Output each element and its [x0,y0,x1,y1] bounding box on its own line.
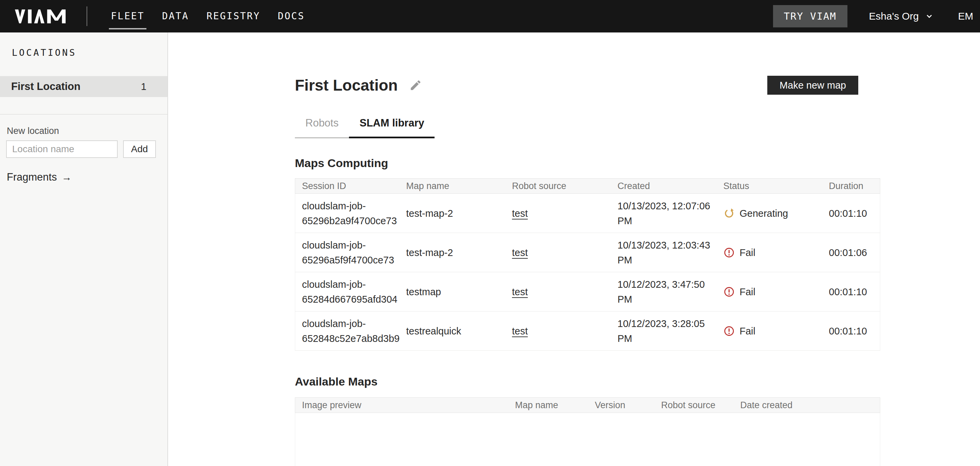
new-location-form: Add [6,140,167,158]
try-viam-button[interactable]: TRY VIAM [773,5,848,27]
session-id-cell: cloudslam-job-652848c52e7ab8d3b9 [295,312,399,350]
status-label: Fail [740,324,756,339]
col-header-date-created: Date created [733,398,881,413]
available-maps-table: Image preview Map name Version Robot sou… [295,398,880,466]
available-maps-heading: Available Maps [295,375,881,388]
session-id-cell: cloudslam-job-65296a5f9f4700ce73 [295,233,399,272]
robot-source-link[interactable]: test [512,324,528,339]
map-name-cell: test-map-2 [399,194,505,233]
viam-logo[interactable] [15,10,65,23]
col-header-created: Created [611,178,717,193]
col-header-map-name: Map name [508,398,588,413]
map-name-cell: testmap [399,272,505,311]
session-id-cell: cloudslam-job-65284d667695afd304 [295,272,399,311]
nav-item-docs[interactable]: DOCS [278,11,305,22]
page-title: First Location [295,77,398,94]
col-header-map-name: Map name [399,178,505,193]
table-row: cloudslam-job-65296b2a9f4700ce73 test-ma… [295,194,880,233]
col-header-status: Status [717,178,822,193]
nav-item-data[interactable]: DATA [162,11,189,22]
new-location-label: New location [7,126,167,135]
col-header-robot-source: Robot source [505,178,611,193]
fragments-label: Fragments [7,172,57,183]
status-label: Generating [740,206,788,221]
duration-cell: 00:01:10 [822,312,881,350]
col-header-session-id: Session ID [295,178,399,193]
map-name-cell: test-map-2 [399,233,505,272]
nav-item-fleet[interactable]: FLEET [111,11,145,22]
maps-computing-heading: Maps Computing [295,157,881,169]
org-switcher[interactable]: Esha's Org [869,11,934,22]
status-label: Fail [740,285,756,299]
col-header-robot-source: Robot source [654,398,733,413]
main-content: First Location Make new map Robots SLAM … [168,32,980,466]
edit-pencil-icon[interactable] [409,79,422,92]
location-name: First Location [11,81,81,93]
created-cell: 10/12/2023, 3:28:05 PM [611,312,717,350]
table-row: cloudslam-job-652848c52e7ab8d3b9 testrea… [295,312,880,351]
tab-slam-library[interactable]: SLAM library [349,117,434,138]
created-cell: 10/13/2023, 12:07:06 PM [611,194,717,233]
fail-status-icon [723,325,735,337]
session-id-cell: cloudslam-job-65296b2a9f4700ce73 [295,194,399,233]
generating-status-icon [723,208,735,219]
duration-cell: 00:01:10 [822,272,881,311]
viam-logo-icon [15,10,65,23]
status-cell: Fail [717,312,822,350]
col-header-duration: Duration [822,178,881,193]
col-header-version: Version [588,398,654,413]
robot-source-cell: test [505,233,611,272]
fail-status-icon [723,286,735,297]
created-cell: 10/12/2023, 3:47:50 PM [611,272,717,311]
add-location-button[interactable]: Add [123,140,156,158]
robot-source-link[interactable]: test [512,285,528,299]
user-avatar-initials[interactable]: EM [958,11,973,22]
robot-source-link[interactable]: test [512,206,528,221]
status-cell: Generating [717,194,822,233]
chevron-down-icon [925,12,934,21]
locations-heading: LOCATIONS [12,47,167,58]
robot-source-link[interactable]: test [512,245,528,260]
nav-menu: FLEET DATA REGISTRY DOCS [111,11,305,22]
maps-computing-table-header: Session ID Map name Robot source Created… [295,178,880,194]
robot-source-cell: test [505,194,611,233]
location-robot-count: 1 [141,81,146,92]
sidebar-item-first-location[interactable]: First Location 1 [0,76,167,97]
map-name-cell: testrealquick [399,312,505,350]
table-row: cloudslam-job-65296a5f9f4700ce73 test-ma… [295,233,880,272]
arrow-right-icon: → [62,172,72,183]
status-cell: Fail [717,233,822,272]
fail-status-icon [723,247,735,258]
status-cell: Fail [717,272,822,311]
sidebar-divider [0,114,167,115]
table-row: cloudslam-job-65284d667695afd304 testmap… [295,272,880,312]
nav-item-registry[interactable]: REGISTRY [207,11,260,22]
status-label: Fail [740,245,756,260]
available-maps-table-header: Image preview Map name Version Robot sou… [295,398,880,413]
available-maps-empty-body [295,413,880,466]
robot-source-cell: test [505,272,611,311]
top-nav: FLEET DATA REGISTRY DOCS TRY VIAM Esha's… [0,0,980,32]
robot-source-cell: test [505,312,611,350]
page-header: First Location Make new map [295,76,881,95]
fragments-link[interactable]: Fragments → [7,172,167,183]
location-name-input[interactable] [6,140,118,158]
duration-cell: 00:01:10 [822,194,881,233]
tab-robots[interactable]: Robots [295,117,349,138]
title-wrap: First Location [295,77,422,94]
created-cell: 10/13/2023, 12:03:43 PM [611,233,717,272]
maps-computing-table: Session ID Map name Robot source Created… [295,178,880,351]
nav-divider [87,6,87,26]
make-new-map-button[interactable]: Make new map [767,76,858,95]
duration-cell: 00:01:06 [822,233,881,272]
viam-app: FLEET DATA REGISTRY DOCS TRY VIAM Esha's… [0,0,980,466]
tab-bar: Robots SLAM library [295,117,881,138]
col-header-image-preview: Image preview [295,398,508,413]
org-name: Esha's Org [869,11,919,22]
locations-sidebar: LOCATIONS First Location 1 New location … [0,32,168,466]
